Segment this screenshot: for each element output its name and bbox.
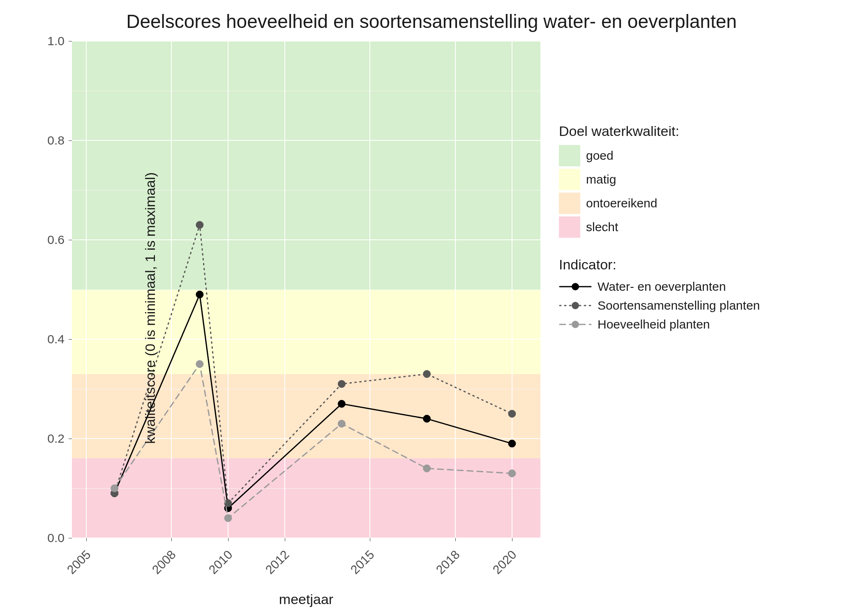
x-tick [285,538,285,541]
y-tick-label: 0.6 [40,233,65,247]
x-tick-label: 2018 [433,547,462,577]
data-point [423,370,431,378]
x-tick-label: 2010 [206,547,235,577]
legend-line-sample [559,297,592,314]
chart-title: Deelscores hoeveelheid en soortensamenst… [0,10,863,32]
legend-swatch [559,145,580,166]
series-line [115,225,512,503]
data-point [338,380,345,388]
x-tick-label: 2012 [263,547,292,577]
svg-point-0 [572,283,579,290]
legend-series-item: Soortensamenstelling planten [559,297,847,314]
data-point [111,485,118,492]
data-point [196,291,203,298]
legend-series-label: Soortensamenstelling planten [598,299,760,313]
legend-line-sample [559,316,592,333]
data-point [508,470,516,477]
data-point [508,410,516,418]
legend-swatch [559,193,580,214]
y-axis-title: kwaliteitscore (0 is minimaal, 1 is maxi… [142,172,158,444]
data-point [196,361,203,368]
legend-band-item: matig [559,169,847,190]
legend-line-sample [559,278,592,295]
legend-band-item: goed [559,145,847,166]
legend-series-label: Water- en oeverplanten [598,280,726,294]
legend-band-item: slecht [559,216,847,238]
legend-band-label: matig [586,172,616,186]
series-line [115,364,512,518]
legend-band-label: slecht [586,220,618,234]
y-tick-label: 0.0 [40,531,65,545]
legend-series-item: Water- en oeverplanten [559,278,847,295]
y-tick-label: 0.4 [40,332,65,346]
x-axis-title: meetjaar [72,591,540,607]
x-tick [228,538,228,541]
x-tick [512,538,512,541]
x-tick [86,538,87,541]
data-point [423,415,431,423]
legend-band-label: ontoereikend [586,196,657,210]
legend: Doel waterkwaliteit: goedmatigontoereike… [559,123,847,335]
data-point [423,465,431,472]
legend-swatch [559,169,580,190]
svg-point-1 [572,302,579,309]
x-tick [171,538,172,541]
x-tick-label: 2020 [490,547,519,577]
y-tick [69,339,72,340]
y-tick-label: 0.8 [40,133,65,147]
x-tick-label: 2015 [348,547,377,577]
x-tick-label: 2005 [64,547,93,577]
y-tick [69,240,72,240]
y-tick [69,41,72,41]
data-point [224,515,232,522]
legend-swatch [559,216,580,238]
y-tick [69,538,72,538]
data-point [196,221,203,229]
y-tick [69,140,72,141]
figure: Deelscores hoeveelheid en soortensamenst… [0,0,863,616]
legend-bands-title: Doel waterkwaliteit: [559,123,847,139]
data-point [338,420,345,428]
x-tick [455,538,456,541]
y-tick [69,439,72,439]
data-point [508,440,516,447]
legend-series-item: Hoeveelheid planten [559,316,847,333]
y-tick-label: 0.2 [40,432,65,446]
legend-series-label: Hoeveelheid planten [598,317,710,331]
series-line [115,294,512,508]
legend-band-label: goed [586,149,614,163]
legend-series-title: Indicator: [559,257,847,273]
legend-band-item: ontoereikend [559,193,847,214]
data-point [338,400,345,407]
svg-point-2 [572,321,579,328]
y-tick-label: 1.0 [40,34,65,48]
x-tick-label: 2008 [149,547,178,577]
x-tick [370,538,370,541]
